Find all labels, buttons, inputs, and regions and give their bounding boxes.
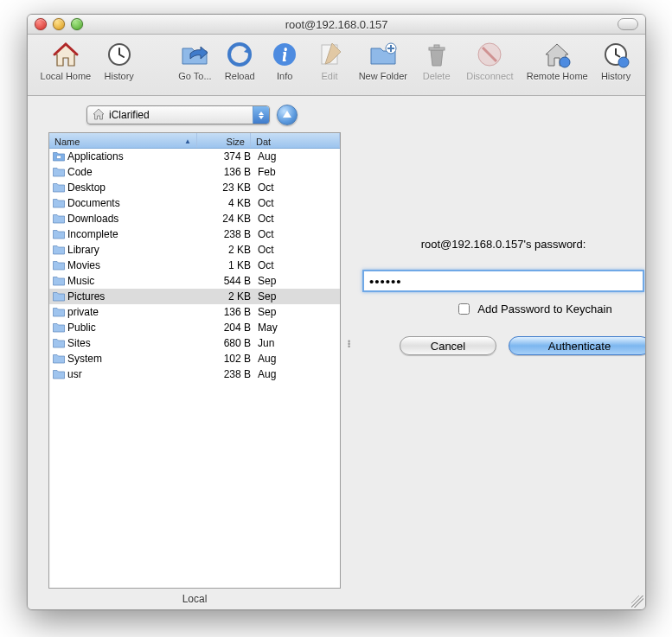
splitter[interactable]: • • •	[346, 96, 353, 609]
table-row[interactable]: Music544 BSep	[49, 273, 340, 289]
folder-icon	[52, 276, 65, 286]
app-window: root@192.168.0.157 Local Home History	[27, 14, 646, 610]
table-row[interactable]: Public204 BMay	[49, 320, 340, 335]
zoom-window-button[interactable]	[71, 18, 83, 30]
file-date: Sep	[254, 306, 340, 318]
keychain-checkbox[interactable]	[458, 303, 470, 315]
file-size: 238 B	[197, 228, 254, 240]
table-row[interactable]: Pictures2 KBSep	[49, 289, 340, 304]
file-date: Sep	[254, 290, 340, 303]
go-up-button[interactable]	[277, 105, 298, 125]
folder-icon	[52, 151, 65, 162]
table-row[interactable]: Applications374 BAug	[49, 149, 340, 164]
file-size: 2 KB	[197, 290, 254, 303]
file-name: Applications	[67, 150, 197, 162]
file-date: Oct	[254, 259, 340, 271]
table-row[interactable]: Sites680 BJun	[49, 335, 340, 351]
file-name: private	[67, 306, 197, 318]
clock-icon	[105, 40, 134, 69]
file-size: 24 KB	[197, 213, 254, 225]
file-date: Oct	[254, 197, 340, 209]
file-date: Sep	[254, 275, 340, 287]
path-popup[interactable]: iClarified	[86, 105, 270, 124]
reload-button[interactable]: Reload	[217, 40, 262, 81]
disconnect-button: Disconnect	[459, 40, 522, 81]
file-size: 1 KB	[197, 259, 254, 271]
file-name: Documents	[67, 197, 197, 209]
home-icon	[93, 108, 105, 123]
table-row[interactable]: Incomplete238 BOct	[49, 226, 340, 242]
file-date: Feb	[254, 166, 340, 178]
folder-icon	[52, 307, 65, 317]
edit-icon	[315, 40, 344, 69]
new-folder-button[interactable]: New Folder	[352, 40, 414, 81]
file-name: Music	[67, 275, 197, 287]
file-date: Jun	[254, 337, 340, 349]
folder-icon	[52, 338, 65, 348]
toolbar-label: Edit	[322, 71, 338, 81]
delete-button: Delete	[414, 40, 459, 81]
local-panel: iClarified Name ▲ Size	[28, 96, 346, 609]
cancel-button[interactable]: Cancel	[400, 336, 496, 355]
table-row[interactable]: private136 BSep	[49, 304, 340, 320]
local-home-button[interactable]: Local Home	[35, 40, 97, 81]
file-size: 4 KB	[197, 197, 254, 209]
file-name: Downloads	[67, 213, 197, 225]
table-row[interactable]: Downloads24 KBOct	[49, 211, 340, 226]
remote-home-button[interactable]: Remote Home	[521, 40, 593, 81]
file-size: 544 B	[197, 275, 254, 287]
house-icon	[51, 40, 80, 69]
toolbar-label: Reload	[225, 71, 255, 81]
svg-point-9	[560, 57, 570, 67]
resize-grip[interactable]	[631, 596, 643, 608]
folder-arrow-icon	[180, 40, 209, 69]
popup-arrows-icon	[253, 106, 269, 124]
table-row[interactable]: Documents4 KBOct	[49, 195, 340, 211]
go-to-button[interactable]: Go To...	[173, 40, 218, 81]
folder-icon	[52, 369, 65, 379]
folder-icon	[52, 213, 65, 224]
table-row[interactable]: System102 BAug	[49, 351, 340, 366]
file-date: Aug	[254, 368, 340, 380]
table-row[interactable]: Desktop23 KBOct	[49, 180, 340, 195]
folder-icon	[52, 198, 65, 208]
file-date: Oct	[254, 244, 340, 256]
svg-rect-12	[56, 156, 61, 159]
close-window-button[interactable]	[35, 18, 47, 30]
table-row[interactable]: Movies1 KBOct	[49, 258, 340, 273]
toolbar-label: Local Home	[41, 71, 92, 81]
table-header[interactable]: Name ▲ Size Dat	[49, 133, 340, 149]
toolbar-label: History	[601, 71, 630, 81]
history-remote-button[interactable]: History	[593, 40, 638, 81]
file-name: Incomplete	[67, 228, 197, 240]
table-row[interactable]: Code136 BFeb	[49, 164, 340, 180]
house-remote-icon	[542, 40, 572, 69]
column-date[interactable]: Dat	[251, 133, 340, 148]
table-row[interactable]: usr238 BAug	[49, 366, 340, 382]
info-icon: i	[270, 40, 299, 69]
toolbar-label: Info	[277, 71, 292, 81]
info-button[interactable]: i Info	[262, 40, 307, 81]
toolbar-label: Disconnect	[466, 71, 513, 81]
folder-icon	[52, 229, 65, 239]
file-name: Movies	[67, 259, 197, 271]
history-local-button[interactable]: History	[97, 40, 142, 81]
folder-icon	[52, 322, 65, 333]
toolbar-label: Go To...	[178, 71, 211, 81]
table-row[interactable]: Library2 KBOct	[49, 242, 340, 258]
column-size[interactable]: Size	[197, 133, 251, 148]
toolbar-toggle-pill[interactable]	[618, 18, 638, 30]
svg-point-11	[618, 57, 629, 67]
titlebar[interactable]: root@192.168.0.157	[28, 15, 645, 35]
file-date: Aug	[254, 150, 340, 162]
column-name[interactable]: Name ▲	[49, 133, 197, 148]
keychain-checkbox-row[interactable]: Add Password to Keychain	[455, 301, 611, 317]
authenticate-button[interactable]: Authenticate	[509, 336, 646, 355]
folder-icon	[52, 354, 65, 364]
local-file-list[interactable]: Name ▲ Size Dat Applications374 BAugCode…	[48, 132, 341, 589]
svg-point-1	[229, 44, 250, 65]
password-input[interactable]	[362, 270, 644, 292]
minimize-window-button[interactable]	[53, 18, 65, 30]
panel-footer-local: Local	[48, 589, 341, 609]
file-date: Aug	[254, 353, 340, 365]
